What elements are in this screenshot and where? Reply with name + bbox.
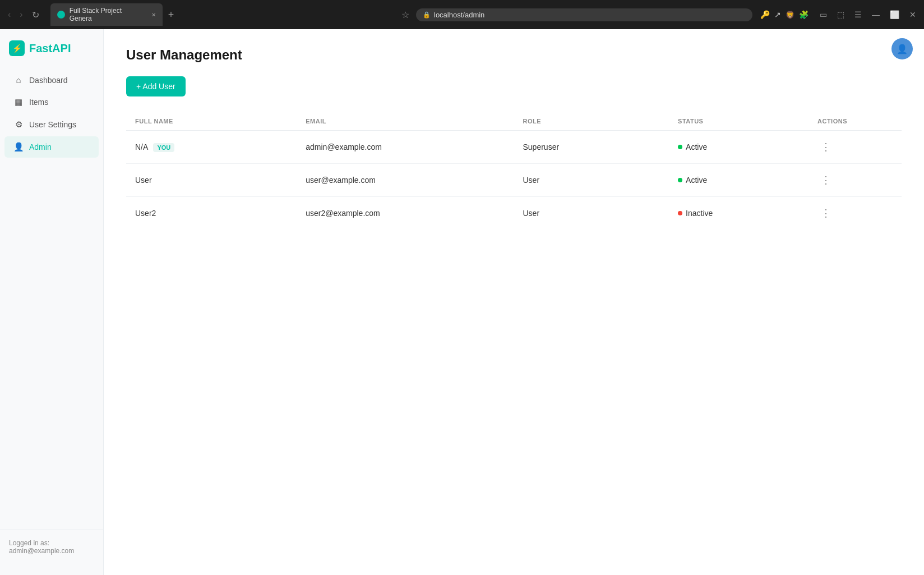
cell-status-1: Active xyxy=(669,131,808,164)
cell-actions-2: ⋮ xyxy=(808,164,902,197)
browser-actions: 🔑 ↗ 🦁 🧩 xyxy=(760,10,808,19)
back-button[interactable]: ‹ xyxy=(4,8,14,21)
sidebar-item-dashboard-label: Dashboard xyxy=(29,76,68,85)
close-window-button[interactable]: ✕ xyxy=(906,9,920,20)
sidebar-item-user-settings-label: User Settings xyxy=(29,120,76,129)
sidebar-item-admin[interactable]: 👤 Admin xyxy=(4,136,99,158)
status-label-1: Active xyxy=(686,142,707,151)
main-content: 👤 User Management + Add User FULL NAME E… xyxy=(104,29,924,575)
cell-actions-1: ⋮ xyxy=(808,131,902,164)
sidebar-nav: ⌂ Dashboard ▦ Items ⚙ User Settings 👤 Ad… xyxy=(0,70,103,530)
cell-status-2: Active xyxy=(669,164,808,197)
tab-title: Full Stack Project Genera xyxy=(70,7,145,22)
sidebar-item-items[interactable]: ▦ Items xyxy=(4,91,99,113)
page-title: User Management xyxy=(126,47,902,63)
status-dot-active-icon xyxy=(678,145,682,149)
status-dot-active-icon xyxy=(678,178,682,182)
status-label-3: Inactive xyxy=(686,209,713,218)
sidebar-footer: Logged in as: admin@example.com xyxy=(0,530,103,564)
cell-email-1: admin@example.com xyxy=(297,131,514,164)
table-row: N/A YOU admin@example.com Superuser Acti… xyxy=(126,131,902,164)
items-icon: ▦ xyxy=(13,97,24,107)
table-row: User user@example.com User Active ⋮ xyxy=(126,164,902,197)
sidebar-toggle-button[interactable]: ▭ xyxy=(816,9,830,20)
cell-email-2: user@example.com xyxy=(297,164,514,197)
lock-icon: 🔒 xyxy=(423,11,431,19)
row-actions-button-1[interactable]: ⋮ xyxy=(817,140,834,154)
cell-email-3: user2@example.com xyxy=(297,197,514,230)
sidebar-item-user-settings[interactable]: ⚙ User Settings xyxy=(4,114,99,135)
logged-in-email: admin@example.com xyxy=(9,547,94,555)
table-header: FULL NAME EMAIL ROLE STATUS ACTIONS xyxy=(126,112,902,131)
refresh-button[interactable]: ↻ xyxy=(29,8,43,21)
sidebar-item-admin-label: Admin xyxy=(29,142,52,151)
address-text: localhost/admin xyxy=(434,11,746,19)
cell-role-2: User xyxy=(514,164,669,197)
you-badge: YOU xyxy=(153,143,174,152)
menu-button[interactable]: ☰ xyxy=(851,9,865,20)
logo-text: FastAPI xyxy=(29,42,71,55)
cell-full-name-1: N/A YOU xyxy=(126,131,297,164)
settings-icon: ⚙ xyxy=(13,119,24,130)
table-body: N/A YOU admin@example.com Superuser Acti… xyxy=(126,131,902,230)
new-tab-button[interactable]: + xyxy=(165,9,178,21)
share-icon[interactable]: ↗ xyxy=(774,10,781,19)
logo-icon: ⚡ xyxy=(9,40,25,56)
column-header-status: STATUS xyxy=(669,112,808,131)
row-actions-button-2[interactable]: ⋮ xyxy=(817,173,834,187)
screenshot-button[interactable]: ⬚ xyxy=(834,9,848,20)
cell-full-name-3: User2 xyxy=(126,197,297,230)
app-layout: ⚡ FastAPI ⌂ Dashboard ▦ Items ⚙ User Set… xyxy=(0,29,924,575)
key-icon[interactable]: 🔑 xyxy=(760,10,770,19)
restore-button[interactable]: ⬜ xyxy=(886,9,903,20)
sidebar-item-items-label: Items xyxy=(29,98,48,107)
tab-close-button[interactable]: ✕ xyxy=(151,12,156,18)
forward-button[interactable]: › xyxy=(16,8,26,21)
cell-role-3: User xyxy=(514,197,669,230)
browser-tabs: Full Stack Project Genera ✕ + xyxy=(50,3,395,26)
column-header-full-name: FULL NAME xyxy=(126,112,297,131)
status-dot-inactive-icon xyxy=(678,211,682,215)
sidebar-logo: ⚡ FastAPI xyxy=(0,40,103,70)
tab-favicon-icon xyxy=(57,11,65,19)
user-table: FULL NAME EMAIL ROLE STATUS ACTIONS N/A … xyxy=(126,112,902,229)
address-bar[interactable]: 🔒 localhost/admin xyxy=(416,8,752,21)
minimize-button[interactable]: — xyxy=(868,9,883,20)
browser-nav: ‹ › ↻ xyxy=(4,8,43,21)
table-row: User2 user2@example.com User Inactive ⋮ xyxy=(126,197,902,230)
active-tab[interactable]: Full Stack Project Genera ✕ xyxy=(50,3,163,26)
status-label-2: Active xyxy=(686,176,707,185)
browser-chrome: ‹ › ↻ Full Stack Project Genera ✕ + ☆ 🔒 … xyxy=(0,0,924,29)
avatar[interactable]: 👤 xyxy=(891,38,913,59)
column-header-email: EMAIL xyxy=(297,112,514,131)
dashboard-icon: ⌂ xyxy=(13,75,24,85)
extensions-icon[interactable]: 🧩 xyxy=(799,10,808,19)
cell-role-1: Superuser xyxy=(514,131,669,164)
sidebar-item-dashboard[interactable]: ⌂ Dashboard xyxy=(4,70,99,90)
logged-in-label: Logged in as: xyxy=(9,539,94,547)
brave-icon[interactable]: 🦁 xyxy=(786,11,794,19)
column-header-role: ROLE xyxy=(514,112,669,131)
bookmark-button[interactable]: ☆ xyxy=(398,8,413,21)
cell-actions-3: ⋮ xyxy=(808,197,902,230)
cell-status-3: Inactive xyxy=(669,197,808,230)
window-controls: ▭ ⬚ ☰ — ⬜ ✕ xyxy=(816,9,920,20)
sidebar: ⚡ FastAPI ⌂ Dashboard ▦ Items ⚙ User Set… xyxy=(0,29,104,575)
admin-icon: 👤 xyxy=(13,142,24,152)
column-header-actions: ACTIONS xyxy=(808,112,902,131)
row-actions-button-3[interactable]: ⋮ xyxy=(817,206,834,220)
cell-full-name-2: User xyxy=(126,164,297,197)
add-user-button[interactable]: + Add User xyxy=(126,76,186,96)
